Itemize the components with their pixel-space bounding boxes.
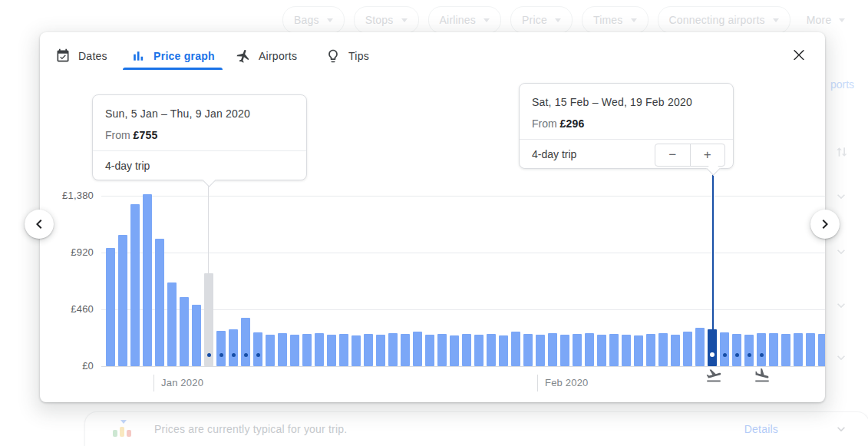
chevron-down-icon — [327, 18, 333, 22]
chart-bar[interactable] — [302, 334, 312, 366]
chart-bar[interactable] — [794, 333, 803, 366]
chart-bar[interactable] — [130, 204, 140, 366]
chart-bar[interactable] — [720, 332, 729, 366]
chart-bar[interactable] — [474, 335, 484, 366]
trip-day-dot — [760, 353, 764, 357]
chart-bar[interactable] — [229, 329, 238, 366]
chart-bar[interactable] — [437, 334, 447, 366]
chart-bar[interactable] — [118, 235, 127, 366]
chart-bar[interactable] — [364, 334, 373, 366]
chart-bar[interactable] — [315, 333, 324, 366]
chart-bar[interactable] — [351, 335, 361, 366]
y-axis-label: £920 — [40, 246, 94, 258]
chart-bar-return-selected[interactable] — [708, 329, 717, 366]
sort-arrows-icon[interactable] — [833, 144, 849, 160]
chart-bar[interactable] — [609, 334, 619, 366]
chart-bar[interactable] — [622, 335, 631, 366]
chart-bar[interactable] — [413, 332, 422, 366]
outbound-selection-line — [208, 183, 209, 273]
chart-bar[interactable] — [462, 334, 471, 366]
chart-bar[interactable] — [425, 335, 434, 366]
chart-bar[interactable] — [585, 333, 594, 366]
chart-bar[interactable] — [683, 332, 692, 366]
chevron-down-icon[interactable] — [833, 189, 849, 204]
chart-bar[interactable] — [695, 328, 705, 366]
chart-bar[interactable] — [143, 194, 152, 366]
chevron-down-icon — [839, 18, 845, 22]
chart-bar[interactable] — [327, 335, 336, 366]
chart-bar[interactable] — [167, 282, 177, 366]
filter-chip-airlines[interactable]: Airlines — [428, 6, 502, 34]
airports-link-fragment[interactable]: ports — [830, 78, 854, 91]
y-axis-label: £460 — [40, 303, 94, 315]
price-insight-banner: Prices are currently typical for your tr… — [84, 411, 868, 446]
trip-date-range: Sat, 15 Feb – Wed, 19 Feb 2020 — [532, 96, 692, 108]
chart-bar[interactable] — [401, 334, 410, 366]
chart-bar[interactable] — [511, 332, 520, 366]
filter-chip-bags[interactable]: Bags — [282, 6, 345, 34]
chart-bar[interactable] — [634, 335, 643, 366]
chart-bar[interactable] — [278, 333, 287, 366]
chevron-down-icon[interactable] — [833, 421, 849, 437]
chevron-down-icon — [773, 18, 779, 22]
trip-day-dot — [748, 353, 751, 357]
chevron-down-icon[interactable] — [833, 350, 849, 365]
chart-bar[interactable] — [388, 333, 398, 366]
chart-bar[interactable] — [180, 297, 189, 366]
chart-bar[interactable] — [192, 305, 201, 366]
chart-bar[interactable] — [339, 334, 348, 366]
scroll-right-button[interactable] — [810, 210, 840, 239]
chart-bar[interactable] — [769, 333, 778, 366]
chart-bar[interactable] — [499, 335, 508, 366]
chip-label: More — [807, 14, 832, 26]
chart-bar[interactable] — [671, 335, 680, 366]
filter-chip-price[interactable]: Price — [510, 6, 573, 34]
chevron-down-icon[interactable] — [833, 244, 849, 259]
chart-bar[interactable] — [573, 334, 582, 366]
chart-bar[interactable] — [560, 335, 569, 366]
card-divider — [520, 139, 733, 140]
flight-landing-icon — [754, 367, 771, 384]
chart-bar[interactable] — [658, 333, 668, 366]
scroll-left-button[interactable] — [25, 210, 54, 239]
filter-chip-stops[interactable]: Stops — [354, 6, 419, 34]
chart-bar[interactable] — [536, 335, 545, 366]
card-divider — [93, 150, 306, 151]
filter-chip-bar: Bags Stops Airlines Price Times Connecti… — [282, 6, 852, 34]
chart-bar[interactable] — [487, 334, 496, 366]
chevron-down-icon — [484, 18, 490, 22]
chart-bar[interactable] — [216, 331, 226, 366]
chart-bar[interactable] — [806, 333, 815, 366]
chart-bar[interactable] — [290, 335, 299, 366]
chart-bar[interactable] — [523, 334, 533, 366]
chart-bar[interactable] — [781, 334, 790, 366]
chart-bar[interactable] — [155, 239, 164, 366]
trip-length-label: 4-day trip — [532, 148, 576, 160]
chevron-down-icon[interactable] — [833, 298, 849, 313]
from-label: From — [532, 117, 557, 130]
filter-chip-times[interactable]: Times — [582, 6, 649, 34]
chart-bar-outbound-selected[interactable] — [204, 273, 213, 366]
chart-bar[interactable] — [241, 318, 250, 366]
filter-chip-more[interactable]: More — [800, 6, 853, 34]
flight-takeoff-icon — [705, 367, 722, 384]
chart-bar[interactable] — [450, 335, 459, 366]
chart-bar[interactable] — [253, 332, 262, 366]
chart-bar[interactable] — [818, 334, 825, 366]
chart-bar[interactable] — [757, 333, 766, 366]
y-axis-label: £1,380 — [40, 190, 94, 201]
trip-day-dot — [207, 353, 211, 357]
details-link[interactable]: Details — [744, 423, 778, 435]
chart-bar[interactable] — [597, 335, 606, 366]
chart-bar[interactable] — [646, 334, 655, 366]
chart-bar[interactable] — [106, 248, 115, 366]
chart-bar[interactable] — [548, 333, 557, 366]
chart-bar[interactable] — [744, 335, 754, 366]
chart-bar[interactable] — [732, 334, 741, 366]
return-selection-line — [712, 173, 714, 330]
chart-bar[interactable] — [266, 335, 275, 366]
filter-chip-connecting-airports[interactable]: Connecting airports — [658, 6, 790, 34]
decrease-trip-length-button[interactable]: − — [655, 144, 691, 166]
increase-trip-length-button[interactable]: + — [691, 144, 725, 166]
chart-bar[interactable] — [376, 335, 385, 366]
